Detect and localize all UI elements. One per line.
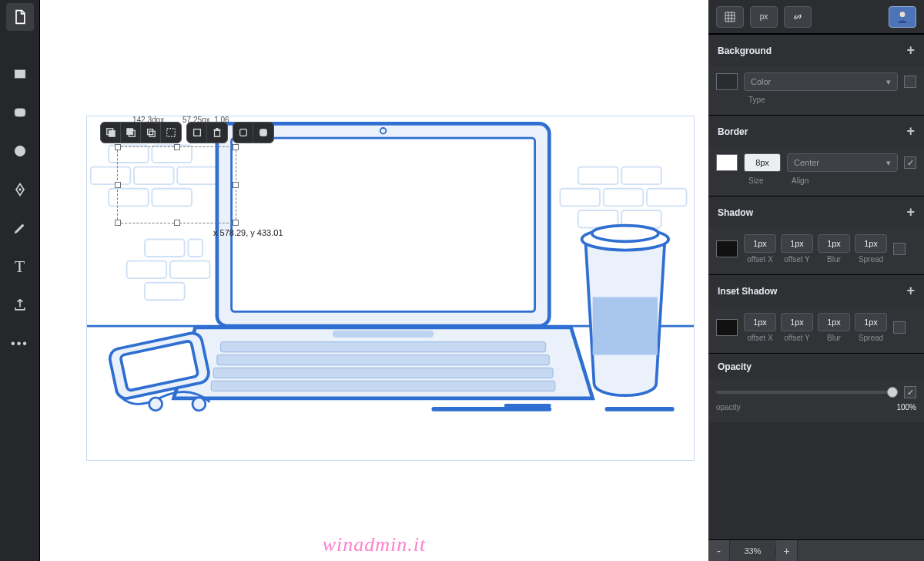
border-align-dropdown[interactable]: Center (787, 153, 898, 172)
right-panel: px Background + Color Type Border + Cent… (708, 0, 924, 561)
section-background-title: Background (718, 45, 772, 56)
border-size-field[interactable] (744, 153, 781, 172)
section-opacity-head: Opacity (708, 353, 924, 380)
context-group-edit (186, 122, 228, 143)
handle-n[interactable] (174, 144, 180, 150)
inset-shadow-enable-checkbox[interactable] (893, 321, 906, 334)
shadow-enable-checkbox[interactable] (893, 243, 906, 255)
copy-style-button[interactable] (233, 123, 253, 143)
inset-blur-caption: Blur (827, 334, 841, 342)
svg-rect-29 (217, 355, 550, 365)
background-type-dropdown[interactable]: Color (744, 72, 898, 91)
handle-nw[interactable] (115, 144, 121, 150)
section-shadow-body: offset X offset Y Blur Spread (708, 228, 924, 274)
handle-ne[interactable] (233, 144, 239, 150)
selection-box[interactable] (117, 146, 236, 223)
shadow-offsetx-field[interactable] (744, 234, 776, 253)
svg-rect-16 (145, 283, 185, 301)
tool-ellipse[interactable] (6, 137, 34, 165)
send-back-button[interactable] (121, 123, 141, 143)
handle-se[interactable] (233, 220, 239, 226)
canvas[interactable]: 142.3dpx 57.25px, 1.06 x 578.29, y 433.0… (40, 0, 708, 561)
handle-w[interactable] (115, 182, 121, 188)
svg-rect-34 (593, 297, 658, 355)
border-color-swatch[interactable] (716, 154, 738, 171)
add-background-button[interactable]: + (906, 42, 915, 59)
tool-document[interactable] (6, 3, 34, 31)
svg-point-37 (149, 398, 162, 411)
cut-button[interactable] (187, 123, 207, 143)
opacity-enable-checkbox[interactable] (904, 386, 916, 398)
bring-front-button[interactable] (101, 123, 121, 143)
svg-rect-43 (109, 130, 115, 136)
handle-s[interactable] (174, 220, 180, 226)
shadow-blur-field[interactable] (818, 234, 850, 253)
border-align-value: Center (794, 158, 819, 167)
svg-rect-31 (211, 381, 555, 391)
zoom-in-button[interactable]: + (776, 540, 798, 562)
svg-point-52 (900, 12, 906, 17)
svg-rect-1 (15, 109, 25, 116)
tool-more[interactable]: ••• (6, 330, 34, 358)
svg-rect-17 (578, 167, 618, 185)
svg-rect-28 (221, 342, 546, 352)
tool-rounded-rect[interactable] (6, 99, 34, 126)
handle-e[interactable] (233, 182, 239, 188)
handle-sw[interactable] (115, 220, 121, 226)
background-type-caption: Type (748, 96, 765, 104)
svg-rect-21 (647, 189, 687, 207)
inset-shadow-color-swatch[interactable] (716, 319, 738, 336)
tool-pen[interactable] (6, 176, 34, 203)
zoom-out-button[interactable]: - (708, 540, 730, 562)
paste-style-button[interactable] (253, 123, 273, 143)
inset-blur-field[interactable] (818, 313, 850, 331)
section-inset-shadow-body: offset X offset Y Blur Spread (708, 307, 924, 353)
svg-rect-49 (193, 129, 200, 136)
background-swatch[interactable] (716, 73, 738, 90)
shadow-spread-field[interactable] (855, 234, 887, 253)
add-border-button[interactable]: + (906, 123, 915, 139)
tool-rectangle[interactable] (6, 60, 34, 88)
coordinate-readout: x 578.29, y 433.01 (213, 228, 283, 237)
border-enable-checkbox[interactable] (904, 156, 916, 169)
svg-rect-18 (621, 167, 661, 185)
svg-rect-14 (127, 261, 167, 279)
add-inset-shadow-button[interactable]: + (906, 283, 915, 299)
inset-spread-field[interactable] (855, 313, 887, 331)
svg-point-3 (18, 189, 21, 191)
svg-rect-47 (149, 131, 155, 136)
border-size-caption: Size (748, 176, 785, 185)
inset-offsetx-field[interactable] (744, 313, 776, 331)
section-border-head: Border + (708, 115, 924, 147)
tool-text[interactable]: T (6, 253, 34, 280)
mode-grid-button[interactable] (716, 6, 744, 28)
opacity-caption: opacity (716, 403, 741, 412)
svg-rect-46 (147, 129, 152, 135)
opacity-slider-knob[interactable] (887, 387, 898, 398)
svg-rect-12 (145, 239, 185, 257)
inset-offsety-field[interactable] (781, 313, 813, 331)
tool-pencil[interactable] (6, 214, 34, 242)
svg-rect-0 (15, 70, 25, 78)
context-toolbar (100, 122, 274, 143)
left-toolbar: T ••• (0, 0, 40, 561)
tool-export[interactable] (6, 291, 34, 319)
user-avatar[interactable] (889, 6, 916, 28)
dimension-readout-1: 142.3dpx (132, 116, 164, 124)
duplicate-button[interactable] (141, 123, 161, 143)
mode-link-button[interactable] (784, 6, 812, 28)
background-enable-checkbox[interactable] (904, 76, 916, 88)
opacity-slider[interactable] (716, 391, 898, 394)
inset-spread-caption: Spread (859, 334, 883, 342)
shadow-color-swatch[interactable] (716, 240, 738, 257)
mode-px-button[interactable]: px (750, 6, 778, 28)
shadow-offsety-field[interactable] (781, 234, 813, 253)
svg-rect-20 (604, 189, 644, 207)
context-group-arrange (100, 122, 182, 143)
delete-button[interactable] (207, 123, 227, 143)
opacity-value: 100% (896, 403, 916, 412)
add-shadow-button[interactable]: + (906, 204, 915, 220)
group-button[interactable] (161, 123, 181, 143)
inset-offsetx-caption: offset X (747, 334, 773, 342)
border-align-caption: Align (792, 176, 808, 185)
